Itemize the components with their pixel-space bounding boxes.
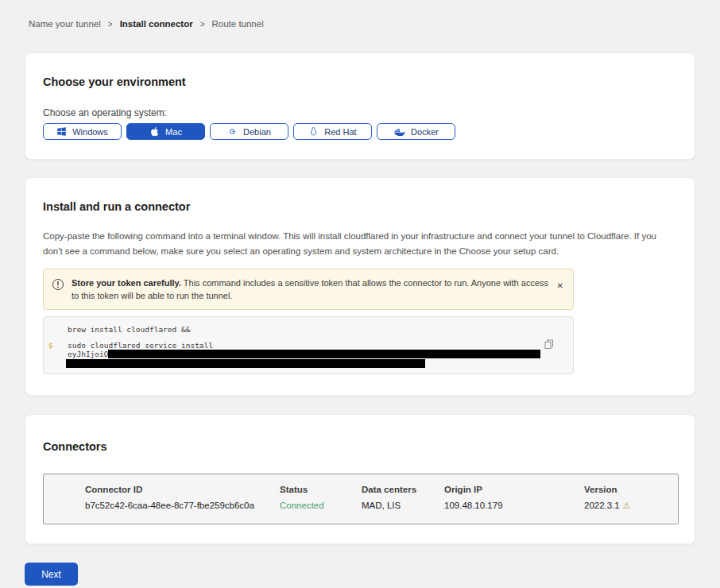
os-button-windows[interactable]: Windows (43, 123, 122, 140)
version-number: 2022.3.1 (584, 501, 620, 510)
install-connector-card: Install and run a connector Copy-paste t… (25, 177, 695, 396)
origin-ip-value: 109.48.10.179 (444, 501, 584, 511)
os-button-label: Docker (411, 127, 439, 137)
debian-icon (227, 126, 238, 137)
redacted-token-bar (66, 359, 425, 368)
redacted-token-bar (108, 350, 540, 358)
os-button-docker[interactable]: Docker (377, 123, 455, 140)
data-centers-value: MAD, LIS (362, 501, 444, 511)
token-warning-bold: Store your token carefully. (72, 278, 181, 288)
os-button-label: Debian (243, 127, 271, 137)
col-header-origin-ip: Origin IP (444, 485, 584, 501)
connectors-card: Connectors Connector ID Status Data cent… (25, 414, 695, 544)
breadcrumb-step-route-tunnel[interactable]: Route tunnel (212, 19, 264, 29)
connectors-table: Connector ID Status Data centers Origin … (43, 474, 679, 524)
docker-icon (393, 127, 405, 137)
shell-prompt: $ (44, 341, 57, 350)
windows-icon (56, 126, 67, 137)
status-badge: Connected (280, 501, 362, 511)
breadcrumb-step-install-connector[interactable]: Install connector (120, 19, 193, 29)
install-command-codeblock: brew install cloudflared && $ sudo cloud… (43, 316, 574, 374)
environment-card-title: Choose your environment (43, 75, 677, 88)
col-header-connector-id: Connector ID (85, 485, 280, 501)
col-header-status: Status (280, 485, 362, 501)
install-card-title: Install and run a connector (43, 200, 677, 213)
os-button-label: Windows (72, 127, 108, 137)
apple-icon (149, 126, 160, 137)
breadcrumb-separator: > (200, 20, 205, 29)
os-button-label: Mac (165, 127, 182, 137)
col-header-version: Version (584, 485, 662, 501)
table-row: b7c52c42-6caa-48ee-8c77-fbe259cb6c0a Con… (85, 501, 662, 511)
breadcrumb-separator: > (108, 20, 113, 29)
breadcrumb-step-name-tunnel[interactable]: Name your tunnel (29, 19, 101, 29)
version-value: 2022.3.1⚠ (584, 501, 662, 511)
environment-card: Choose your environment Choose an operat… (25, 52, 695, 160)
info-circle-icon: ! (52, 279, 64, 290)
code-line-brew: brew install cloudflared && (44, 325, 190, 334)
col-header-data-centers: Data centers (362, 485, 444, 501)
os-button-debian[interactable]: Debian (210, 123, 288, 140)
warning-triangle-icon: ⚠ (623, 501, 631, 510)
os-button-redhat[interactable]: Red Hat (293, 123, 372, 140)
connectors-table-header-row: Connector ID Status Data centers Origin … (85, 485, 662, 501)
connectors-card-title: Connectors (43, 440, 677, 453)
os-button-mac[interactable]: Mac (126, 123, 205, 140)
os-button-group: Windows Mac Debian Red Hat Docker (43, 123, 677, 140)
next-button[interactable]: Next (25, 563, 78, 586)
token-prefix: eyJhIjoiO (68, 350, 108, 358)
os-button-label: Red Hat (324, 127, 356, 137)
close-icon[interactable]: ✕ (557, 282, 563, 290)
token-warning-text: Store your token carefully. This command… (72, 277, 549, 302)
connector-id-value: b7c52c42-6caa-48ee-8c77-fbe259cb6c0a (85, 501, 280, 511)
tunnel-setup-page: Name your tunnel > Install connector > R… (0, 18, 720, 586)
breadcrumb: Name your tunnel > Install connector > R… (29, 18, 695, 29)
redhat-linux-icon (308, 126, 319, 137)
install-description: Copy-paste the following command into a … (43, 229, 675, 259)
code-line-service-install: sudo cloudflared service install (57, 341, 213, 350)
token-warning-banner: ! Store your token carefully. This comma… (43, 269, 574, 310)
os-select-label: Choose an operating system: (43, 107, 677, 118)
copy-icon[interactable] (544, 339, 554, 350)
